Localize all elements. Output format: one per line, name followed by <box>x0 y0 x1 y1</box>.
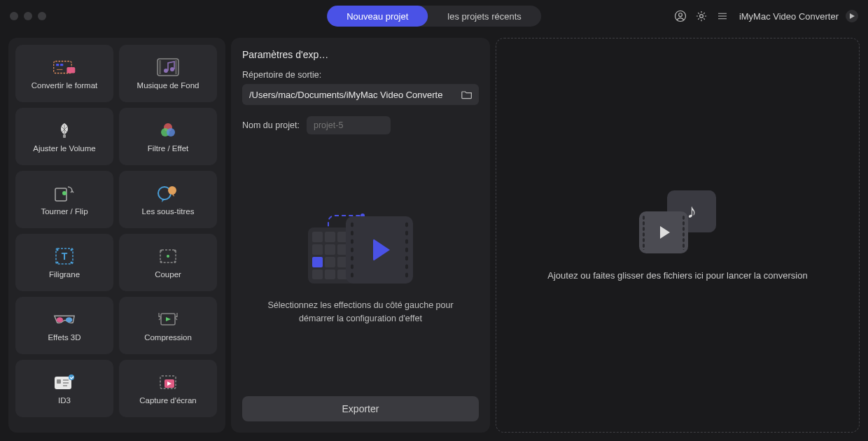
tool-screenshot[interactable]: Capture d'écran <box>119 360 217 417</box>
project-tabs: Nouveau projet les projets récents <box>327 6 541 27</box>
svg-marker-36 <box>166 317 171 321</box>
play-icon <box>373 239 390 261</box>
music-icon <box>156 57 180 77</box>
rotate-icon <box>52 183 76 203</box>
export-params-panel: Paramètres d'exp… Répertoire de sortie: … <box>231 38 490 433</box>
svg-point-32 <box>174 261 176 263</box>
section-title: Paramètres d'exp… <box>242 49 479 60</box>
svg-point-1 <box>679 13 682 17</box>
output-dir-value: /Users/mac/Documents/iMyMac Video Conver… <box>249 90 459 100</box>
tool-watermark[interactable]: T Filigrane <box>15 234 113 291</box>
project-name-label: Nom du projet: <box>242 120 300 130</box>
account-icon[interactable] <box>673 9 687 23</box>
tool-cut[interactable]: Couper <box>119 234 217 291</box>
tool-rotate-flip[interactable]: Tourner / Flip <box>15 171 113 228</box>
tool-label: Ajuster le Volume <box>33 144 96 153</box>
svg-point-31 <box>160 261 162 263</box>
svg-rect-7 <box>60 64 63 66</box>
tool-label: Tourner / Flip <box>41 207 88 216</box>
tool-3d-effects[interactable]: Effets 3D <box>15 297 113 354</box>
convert-format-icon <box>52 57 76 77</box>
svg-point-23 <box>57 249 59 251</box>
titlebar: Nouveau projet les projets récents iMyMa… <box>0 0 868 32</box>
screenshot-icon <box>156 372 180 392</box>
dropzone-illustration: ♪ <box>639 190 716 253</box>
file-dropzone[interactable]: ♪ Ajoutez ou faites glisser des fichiers… <box>496 38 860 433</box>
svg-point-28 <box>167 255 169 258</box>
svg-rect-5 <box>66 67 75 74</box>
compression-icon <box>156 309 180 329</box>
tool-label: Convertir le format <box>31 81 98 90</box>
menu-icon[interactable] <box>715 9 729 23</box>
svg-rect-13 <box>63 134 66 138</box>
tool-convert-format[interactable]: Convertir le format <box>15 45 113 102</box>
tool-adjust-volume[interactable]: Ajuster le Volume <box>15 108 113 165</box>
svg-point-29 <box>160 250 162 252</box>
filter-icon <box>156 120 180 140</box>
effect-config-illustration <box>308 212 413 289</box>
tool-label: Filtre / Effet <box>148 144 189 153</box>
3d-glasses-icon <box>52 309 76 329</box>
app-logo-icon <box>846 10 858 22</box>
tool-label: Musique de Fond <box>137 81 200 90</box>
dropzone-hint: Ajoutez ou faites glisser des fichiers i… <box>526 270 828 281</box>
svg-point-26 <box>71 262 73 264</box>
svg-rect-10 <box>175 60 177 74</box>
tool-label: Couper <box>155 270 181 279</box>
svg-point-30 <box>174 250 176 252</box>
tool-label: ID3 <box>58 396 71 405</box>
tool-subtitles[interactable]: Les sous-titres <box>119 171 217 228</box>
svg-point-16 <box>167 128 175 136</box>
svg-point-33 <box>57 317 63 323</box>
gear-icon[interactable] <box>694 9 708 23</box>
tool-label: Les sous-titres <box>142 207 195 216</box>
music-note-icon: ♪ <box>687 200 696 223</box>
svg-point-18 <box>62 191 66 195</box>
tool-label: Effets 3D <box>48 333 80 342</box>
output-dir-field[interactable]: /Users/mac/Documents/iMyMac Video Conver… <box>242 84 479 105</box>
svg-point-34 <box>66 317 72 323</box>
tab-new-project[interactable]: Nouveau projet <box>327 6 428 27</box>
subtitles-icon <box>156 183 180 203</box>
svg-marker-3 <box>850 13 855 19</box>
svg-rect-9 <box>159 60 161 74</box>
effect-config-hint: Sélectionnez les effections du côté gauc… <box>255 299 465 326</box>
minimize-dot[interactable] <box>24 12 32 20</box>
svg-point-11 <box>164 69 168 73</box>
svg-rect-38 <box>57 379 61 384</box>
volume-icon <box>52 120 76 140</box>
tools-sidebar: Convertir le format Musique de Fond Ajus… <box>8 38 225 433</box>
app-title: iMyMac Video Converter <box>739 11 839 22</box>
close-dot[interactable] <box>10 12 18 20</box>
window-controls <box>10 12 46 20</box>
svg-point-2 <box>700 15 704 18</box>
tool-compression[interactable]: Compression <box>119 297 217 354</box>
tool-label: Capture d'écran <box>139 396 196 405</box>
svg-text:T: T <box>62 251 68 262</box>
tab-recent-projects[interactable]: les projets récents <box>428 6 541 27</box>
tool-filter-effect[interactable]: Filtre / Effet <box>119 108 217 165</box>
svg-point-20 <box>168 186 176 195</box>
svg-point-12 <box>170 67 174 71</box>
maximize-dot[interactable] <box>38 12 46 20</box>
tool-background-music[interactable]: Musique de Fond <box>119 45 217 102</box>
watermark-icon: T <box>52 246 76 266</box>
tool-id3[interactable]: ID3 <box>15 360 113 417</box>
cut-icon <box>156 246 180 266</box>
tool-label: Filigrane <box>49 270 80 279</box>
play-icon <box>660 226 670 239</box>
svg-point-25 <box>57 262 59 264</box>
svg-point-24 <box>71 249 73 251</box>
browse-folder-icon[interactable] <box>459 87 475 102</box>
export-button[interactable]: Exporter <box>242 396 479 421</box>
output-dir-label: Répertoire de sortie: <box>242 70 479 80</box>
svg-rect-6 <box>56 64 59 66</box>
id3-icon <box>52 372 76 392</box>
project-name-input[interactable] <box>307 116 391 134</box>
tool-label: Compression <box>144 333 192 342</box>
